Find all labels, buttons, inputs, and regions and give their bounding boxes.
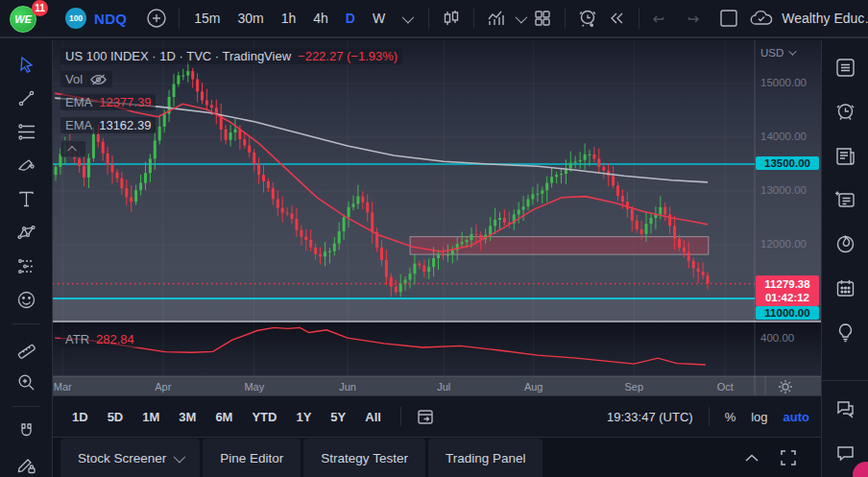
pattern-tool-icon[interactable]: [15, 222, 36, 243]
chart-style-candles-icon[interactable]: [437, 4, 466, 33]
ema-fast-value: 12377.39: [99, 95, 151, 109]
drawing-pencil-lock-icon[interactable]: [15, 454, 36, 475]
range-6m[interactable]: 6M: [207, 405, 240, 429]
panel-expand-chevron-icon[interactable]: [744, 453, 760, 463]
tab-strategy-tester[interactable]: Strategy Tester: [303, 439, 425, 477]
divider: [428, 8, 429, 29]
tradingview-app: WE 11 100 NDQ 15m30m1h4hDW: [0, 0, 868, 477]
time-axis-label: Sep: [625, 381, 644, 393]
bottom-range-toolbar: 1D5D1M3M6MYTD1Y5YAll 19:33:47 (UTC) % lo…: [53, 395, 821, 437]
redo-icon[interactable]: [676, 4, 705, 33]
timeframe-30m[interactable]: 30m: [230, 7, 270, 30]
range-1y[interactable]: 1Y: [288, 405, 319, 429]
public-chats-icon[interactable]: [833, 397, 857, 421]
divider: [709, 407, 710, 426]
atr-legend: ATR 282.84: [60, 331, 139, 347]
sidebar-divider: [822, 380, 868, 381]
range-ytd[interactable]: YTD: [244, 405, 284, 429]
tab-trading-panel[interactable]: Trading Panel: [428, 439, 543, 477]
right-sidebar: [821, 40, 868, 477]
volume-indicator-label[interactable]: Vol: [65, 72, 83, 86]
calendar-icon[interactable]: [833, 276, 857, 300]
tab-pine-editor[interactable]: Pine Editor: [203, 439, 301, 477]
atr-value: 282.84: [96, 332, 134, 346]
timeframe-W[interactable]: W: [366, 7, 392, 30]
layout-grid-icon[interactable]: [528, 4, 557, 33]
price-axis[interactable]: USD 15000.0014000.0013000.0012000.001350…: [755, 40, 821, 395]
auto-scale-button[interactable]: auto: [784, 410, 809, 424]
time-axis-label: Apr: [155, 381, 171, 393]
range-3m[interactable]: 3M: [171, 405, 204, 429]
utc-clock[interactable]: 19:33:47 (UTC): [607, 410, 693, 424]
range-1d[interactable]: 1D: [64, 405, 96, 429]
bar-countdown: 01:42:12: [756, 291, 819, 304]
time-axis-settings-gear-icon[interactable]: [776, 377, 795, 396]
level-label: 11000.00: [756, 306, 819, 320]
compare-add-icon[interactable]: [142, 4, 171, 33]
time-axis-label: May: [244, 381, 264, 393]
legend-collapse-button[interactable]: [60, 140, 86, 157]
emoji-tool-icon[interactable]: [15, 289, 36, 310]
fullscreen-icon[interactable]: [781, 450, 796, 465]
fib-retracement-tool-icon[interactable]: [15, 121, 36, 142]
time-axis-label: Jul: [437, 381, 450, 393]
timeframe-4h[interactable]: 4h: [306, 7, 335, 30]
account-name: Wealthy Educ…: [782, 11, 868, 26]
divider: [400, 407, 401, 426]
zoom-in-tool-icon[interactable]: [15, 371, 36, 393]
eye-hidden-icon[interactable]: [89, 73, 108, 86]
watchlist-icon[interactable]: [833, 56, 857, 80]
timeframe-row: 15m30m1h4hDW: [187, 7, 392, 30]
last-price-label: 11279.38 01:42:12: [756, 275, 819, 306]
atr-indicator-label[interactable]: ATR: [65, 332, 89, 346]
magnet-tool-icon[interactable]: [15, 420, 36, 441]
symbol-search-button[interactable]: NDQ: [94, 11, 127, 27]
toolbar-divider: [12, 406, 39, 407]
go-to-date-icon[interactable]: [411, 402, 440, 431]
range-5d[interactable]: 5D: [100, 405, 132, 429]
cloud-save-status[interactable]: Wealthy Educ…: [749, 9, 868, 28]
timeframe-D[interactable]: D: [339, 7, 362, 30]
timeframe-15m[interactable]: 15m: [187, 7, 227, 30]
bar-replay-icon[interactable]: [602, 4, 631, 33]
symbol-logo: 100: [65, 8, 86, 29]
forecast-tool-icon[interactable]: [15, 255, 36, 276]
range-1m[interactable]: 1M: [134, 405, 167, 429]
price-axis-currency[interactable]: USD: [760, 47, 794, 59]
hotlists-icon[interactable]: [833, 232, 857, 256]
brush-tool-icon[interactable]: [15, 155, 36, 176]
price-tick: 13000.00: [760, 184, 807, 196]
chart-region: MarAprMayJunJulAugSepOct USD 15000.00140…: [53, 40, 821, 395]
percent-scale-button[interactable]: %: [725, 410, 736, 424]
measure-tool-icon[interactable]: [15, 338, 36, 359]
timeframe-1h[interactable]: 1h: [275, 7, 303, 30]
private-chat-icon[interactable]: [833, 441, 857, 465]
divider: [565, 8, 566, 29]
indicators-icon[interactable]: [482, 4, 511, 33]
log-scale-button[interactable]: log: [751, 410, 767, 424]
alerts-icon[interactable]: [833, 100, 857, 124]
text-tool-icon[interactable]: [15, 188, 36, 209]
undo-icon[interactable]: [647, 4, 676, 33]
time-axis-label: Mar: [54, 381, 72, 393]
symbol-title[interactable]: US 100 INDEX · 1D · TVC · TradingView: [65, 49, 291, 63]
time-axis-label: Aug: [524, 381, 543, 393]
cursor-tool-icon[interactable]: [15, 54, 36, 75]
data-window-icon[interactable]: [833, 188, 857, 212]
indicators-dropdown-icon[interactable]: [511, 4, 528, 33]
ema-fast-label[interactable]: EMA: [65, 95, 92, 109]
divider: [179, 8, 180, 29]
trend-line-tool-icon[interactable]: [15, 87, 36, 108]
layout-square-icon[interactable]: [714, 4, 743, 33]
time-axis-label: Oct: [717, 381, 734, 393]
timeframe-dropdown-icon[interactable]: [392, 4, 421, 33]
ideas-icon[interactable]: [833, 321, 857, 345]
range-all[interactable]: All: [357, 405, 389, 429]
alert-add-icon[interactable]: [573, 4, 602, 33]
account-menu-button[interactable]: WE 11: [10, 3, 42, 34]
top-toolbar: WE 11 100 NDQ 15m30m1h4hDW: [0, 0, 868, 38]
tab-stock-screener[interactable]: Stock Screener: [60, 439, 200, 477]
ema-slow-label[interactable]: EMA: [65, 118, 92, 132]
range-5y[interactable]: 5Y: [323, 405, 353, 429]
news-icon[interactable]: [833, 144, 857, 168]
